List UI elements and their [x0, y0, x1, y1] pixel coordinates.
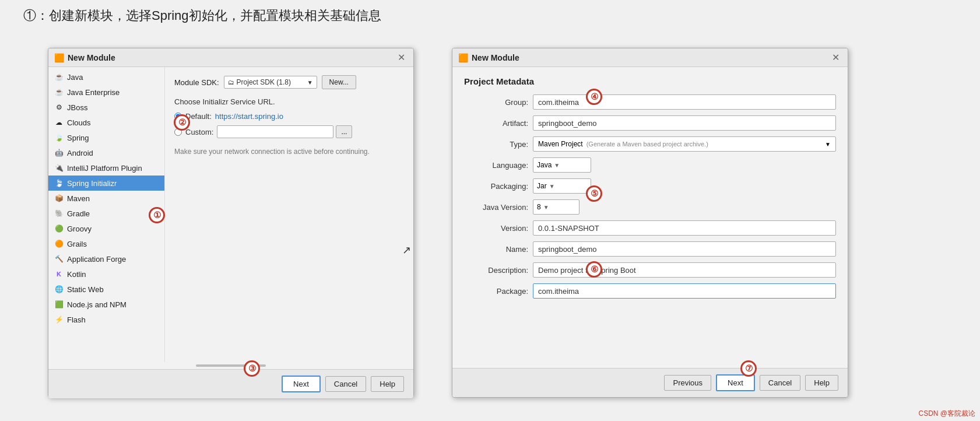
nodejs-icon: 🟩: [54, 300, 64, 309]
annotation-3: ③: [244, 360, 260, 377]
sidebar-item-jboss[interactable]: ⚙ JBoss: [48, 100, 164, 115]
sidebar-item-grails[interactable]: 🟠 Grails: [48, 236, 164, 251]
android-icon: 🤖: [54, 148, 64, 157]
right-dialog-close-button[interactable]: ✕: [830, 52, 842, 63]
sidebar-item-spring-initializr[interactable]: 🍃 Spring Initializr: [48, 176, 164, 191]
annotation-5: ⑤: [586, 185, 602, 202]
package-label: Package:: [464, 287, 528, 296]
java-version-row: Java Version: 8 ▼: [464, 199, 836, 215]
sidebar-item-application-forge[interactable]: 🔨 Application Forge: [48, 251, 164, 266]
left-dialog-help-button[interactable]: Help: [371, 376, 404, 392]
url-radio-group: Default: https://start.spring.io Custom:…: [174, 112, 404, 138]
left-dialog-titlebar: 🟧 New Module ✕: [48, 48, 413, 67]
java-enterprise-icon: ☕: [54, 87, 64, 97]
sdk-label: Module SDK:: [174, 78, 219, 87]
left-dialog-body: ☕ Java ☕ Java Enterprise ⚙ JBoss ☁ Cloud…: [48, 67, 413, 362]
page-title: ①：创建新模块，选择Spring初始化，并配置模块相关基础信息: [23, 7, 381, 24]
version-row: Version:: [464, 220, 836, 236]
right-dialog-title: 🟧 New Module: [458, 53, 519, 62]
spring-icon: 🍃: [54, 133, 64, 142]
java-version-select-arrow-icon: ▼: [543, 204, 549, 210]
language-row: Language: Java ▼: [464, 157, 836, 173]
annotation-7: ⑦: [740, 360, 757, 377]
custom-url-input[interactable]: [217, 125, 333, 138]
right-dialog-cancel-button[interactable]: Cancel: [760, 375, 800, 391]
sidebar-item-static-web[interactable]: 🌐 Static Web: [48, 282, 164, 297]
version-label: Version:: [464, 224, 528, 233]
group-label: Group:: [464, 98, 528, 107]
default-url-link[interactable]: https://start.spring.io: [215, 112, 283, 121]
type-label: Type:: [464, 140, 528, 149]
type-row: Type: Maven Project (Generate a Maven ba…: [464, 136, 836, 152]
sidebar-item-nodejs-npm[interactable]: 🟩 Node.js and NPM: [48, 297, 164, 312]
packaging-label: Packaging:: [464, 182, 528, 191]
java-version-select[interactable]: 8 ▼: [533, 199, 579, 215]
custom-url-browse-button[interactable]: ...: [336, 125, 352, 138]
sidebar-item-android[interactable]: 🤖 Android: [48, 145, 164, 160]
packaging-select-arrow-icon: ▼: [549, 183, 555, 190]
type-select[interactable]: Maven Project (Generate a Maven based pr…: [533, 136, 836, 152]
custom-radio-row: Custom: ...: [174, 125, 404, 138]
package-row: Package:: [464, 283, 836, 299]
annotation-1: ①: [149, 207, 165, 223]
left-dialog: 🟧 New Module ✕ ☕ Java ☕ Java Enterprise …: [48, 48, 414, 398]
module-type-list: ☕ Java ☕ Java Enterprise ⚙ JBoss ☁ Cloud…: [48, 67, 165, 362]
sidebar-item-spring[interactable]: 🍃 Spring: [48, 130, 164, 145]
package-input[interactable]: [533, 283, 836, 299]
left-dialog-scroll-area: [48, 364, 413, 369]
annotation-6: ⑥: [586, 261, 602, 278]
version-input[interactable]: [533, 220, 836, 236]
group-input[interactable]: [533, 94, 836, 110]
left-dialog-content: Module SDK: 🗂 Project SDK (1.8) ▼ New...…: [165, 67, 413, 362]
right-dialog-next-button[interactable]: Next: [716, 374, 755, 391]
annotation-4: ④: [586, 89, 602, 105]
network-note: Make sure your network connection is act…: [174, 148, 404, 156]
sdk-row: Module SDK: 🗂 Project SDK (1.8) ▼ New...: [174, 75, 404, 89]
right-dialog-title-icon: 🟧: [458, 53, 468, 62]
artifact-label: Artifact:: [464, 119, 528, 128]
sidebar-item-groovy[interactable]: 🟢 Groovy: [48, 221, 164, 236]
sidebar-item-maven[interactable]: 📦 Maven: [48, 191, 164, 206]
sdk-new-button[interactable]: New...: [322, 75, 356, 89]
clouds-icon: ☁: [54, 118, 64, 127]
grails-icon: 🟠: [54, 239, 64, 248]
kotlin-icon: K: [54, 269, 64, 279]
annotation-2: ②: [174, 114, 190, 131]
jboss-icon: ⚙: [54, 103, 64, 112]
artifact-input[interactable]: [533, 115, 836, 131]
sidebar-item-flash[interactable]: ⚡ Flash: [48, 312, 164, 327]
sidebar-item-clouds[interactable]: ☁ Clouds: [48, 115, 164, 130]
group-row: Group:: [464, 94, 836, 110]
left-dialog-cancel-button[interactable]: Cancel: [325, 376, 366, 392]
packaging-select[interactable]: Jar ▼: [533, 178, 591, 194]
gradle-icon: 🐘: [54, 209, 64, 218]
sdk-dropdown[interactable]: 🗂 Project SDK (1.8) ▼: [224, 76, 317, 89]
left-dialog-next-button[interactable]: Next: [282, 376, 321, 392]
sidebar-item-java-enterprise[interactable]: ☕ Java Enterprise: [48, 85, 164, 100]
java-version-label: Java Version:: [464, 203, 528, 212]
left-dialog-title: 🟧 New Module: [54, 53, 115, 62]
language-select[interactable]: Java ▼: [533, 157, 591, 173]
left-dialog-close-button[interactable]: ✕: [395, 52, 408, 63]
description-row: Description:: [464, 262, 836, 278]
left-dialog-title-icon: 🟧: [54, 53, 64, 62]
sidebar-item-kotlin[interactable]: K Kotlin: [48, 266, 164, 282]
flash-icon: ⚡: [54, 315, 64, 324]
name-input[interactable]: [533, 241, 836, 257]
intellij-plugin-icon: 🔌: [54, 163, 64, 173]
right-dialog-previous-button[interactable]: Previous: [664, 375, 711, 391]
static-web-icon: 🌐: [54, 285, 64, 294]
description-input[interactable]: [533, 262, 836, 278]
sidebar-item-intellij-plugin[interactable]: 🔌 IntelliJ Platform Plugin: [48, 160, 164, 176]
right-dialog-titlebar: 🟧 New Module ✕: [452, 48, 848, 67]
maven-icon: 📦: [54, 194, 64, 203]
right-dialog-help-button[interactable]: Help: [805, 375, 838, 391]
page-background: ①：创建新模块，选择Spring初始化，并配置模块相关基础信息 🟧 New Mo…: [0, 0, 980, 421]
type-select-arrow-icon: ▼: [825, 141, 831, 148]
custom-url-input-group: ...: [217, 125, 352, 138]
sidebar-item-gradle[interactable]: 🐘 Gradle: [48, 206, 164, 221]
spring-initializr-icon: 🍃: [54, 178, 64, 188]
sidebar-item-java[interactable]: ☕ Java: [48, 69, 164, 85]
watermark: CSDN @客院裁论: [918, 409, 975, 419]
project-metadata-title: Project Metadata: [464, 76, 836, 86]
